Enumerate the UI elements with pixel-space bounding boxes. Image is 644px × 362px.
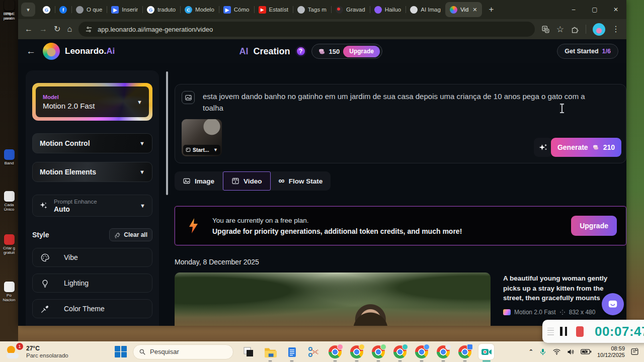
- browser-tab[interactable]: f: [55, 2, 71, 17]
- browser-tab[interactable]: Gtraduto: [142, 2, 180, 17]
- browser-tab[interactable]: G: [38, 2, 55, 17]
- facebook-favicon-icon: f: [59, 6, 67, 14]
- motion-elements-section[interactable]: Motion Elements▼: [32, 162, 152, 182]
- drag-handle-icon[interactable]: [547, 328, 554, 335]
- style-item-lighting[interactable]: Lighting: [32, 274, 152, 293]
- prompt-enhance-selector[interactable]: Prompt Enhance Auto ▼: [32, 195, 152, 217]
- chrome-app-button[interactable]: [392, 344, 408, 359]
- windows-start-button[interactable]: [115, 346, 127, 358]
- chrome-app-button[interactable]: [435, 344, 451, 359]
- browser-tab[interactable]: Hailuo: [370, 2, 406, 17]
- tab-close-icon[interactable]: ✕: [472, 7, 477, 13]
- camcorder-icon: [480, 346, 493, 358]
- collapse-sidebar-icon[interactable]: ←: [26, 46, 36, 57]
- help-button[interactable]: ?: [295, 46, 306, 57]
- desktop-shortcut[interactable]: Criar g gratuit: [1, 234, 18, 255]
- browser-tab[interactable]: ▶Estatíst: [254, 2, 293, 17]
- new-tab-button[interactable]: +: [485, 3, 498, 16]
- browser-profile-avatar[interactable]: [593, 23, 605, 36]
- desktop-shortcut[interactable]: Pip: [1, 0, 18, 16]
- improve-prompt-button[interactable]: [534, 138, 553, 157]
- browser-tab[interactable]: O que: [71, 2, 107, 17]
- home-icon[interactable]: ⌂: [67, 25, 72, 33]
- chrome-app-button[interactable]: [370, 344, 386, 359]
- upgrade-button[interactable]: Upgrade: [343, 46, 380, 57]
- banner-upgrade-button[interactable]: Upgrade: [571, 216, 617, 236]
- taskbar-clock[interactable]: 08:59 10/12/2025: [597, 345, 625, 358]
- chrome-app-button[interactable]: [327, 344, 343, 359]
- recording-timer: 00:07:47: [595, 324, 644, 339]
- chrome-app-button[interactable]: [414, 344, 429, 359]
- stop-recording-button[interactable]: [576, 326, 584, 337]
- file-explorer-button[interactable]: [262, 344, 278, 359]
- desktop-shortcut-label: Po Nacion: [3, 293, 16, 302]
- chrome-app-button[interactable]: [457, 344, 472, 359]
- start-frame-thumbnail[interactable]: Start... ▼: [182, 119, 222, 156]
- support-chat-button[interactable]: [602, 293, 624, 315]
- motion-control-section[interactable]: Motion Control▼: [32, 133, 152, 153]
- browser-menu-icon[interactable]: ⋮: [612, 25, 620, 33]
- battery-icon[interactable]: [581, 348, 592, 355]
- desktop-shortcut[interactable]: Band: [1, 149, 18, 165]
- chrome-app-button[interactable]: [349, 344, 364, 359]
- model-selector[interactable]: Model Motion 2.0 Fast ▼: [32, 83, 152, 121]
- tab-video[interactable]: Video: [223, 171, 271, 191]
- back-icon[interactable]: ←: [25, 25, 33, 33]
- leonardo-logo[interactable]: [43, 43, 60, 60]
- desktop-shortcut[interactable]: Po Nacion: [1, 282, 18, 302]
- browser-tab[interactable]: ▶Cómo: [219, 2, 254, 17]
- tab-image[interactable]: Image: [175, 171, 223, 191]
- window-close-button[interactable]: ✕: [605, 0, 626, 19]
- start-frame-chip[interactable]: Start... ▼: [183, 145, 220, 155]
- pause-recording-button[interactable]: [560, 327, 567, 336]
- window-minimize-button[interactable]: –: [563, 0, 584, 19]
- style-item-color-theme[interactable]: Color Theme: [32, 299, 152, 318]
- token-balance[interactable]: 150 Upgrade: [311, 44, 382, 59]
- wifi-icon[interactable]: [552, 348, 561, 355]
- desktop-shortcut-label: Criar g gratuit: [3, 246, 15, 255]
- weather-widget[interactable]: 1 27°C Parc ensolarado: [0, 345, 115, 359]
- browser-tab[interactable]: ▶Inserir: [107, 2, 142, 17]
- browser-tab[interactable]: CModelo: [180, 2, 219, 17]
- snipping-tool-button[interactable]: [305, 344, 321, 359]
- address-bar[interactable]: app.leonardo.ai/image-generation/video: [78, 22, 535, 37]
- browser-tab-active[interactable]: Vid✕: [445, 2, 482, 17]
- page-scrollbar[interactable]: [166, 71, 168, 195]
- notification-center-icon[interactable]: [630, 347, 639, 356]
- forward-icon[interactable]: →: [39, 25, 47, 33]
- task-view-button[interactable]: [240, 344, 256, 359]
- extensions-icon[interactable]: [571, 25, 579, 34]
- reload-icon[interactable]: ↻: [54, 25, 60, 33]
- microphone-icon[interactable]: [539, 348, 547, 356]
- hidden-icons-chevron[interactable]: ⌃: [529, 348, 533, 355]
- get-started-button[interactable]: Get Started 1/6: [557, 44, 618, 59]
- prompt-input[interactable]: esta jovem dando banho no gatinho em um …: [203, 90, 606, 114]
- generated-video-thumbnail[interactable]: [175, 273, 491, 326]
- bookmark-star-icon[interactable]: ☆: [556, 25, 564, 34]
- style-item-vibe[interactable]: Vibe: [32, 248, 152, 267]
- tab-flow-state[interactable]: ∞ Flow State: [271, 171, 331, 191]
- taskbar-search[interactable]: Pesquisar: [133, 344, 233, 359]
- browser-tab[interactable]: Gravad: [331, 2, 370, 17]
- chevron-down-icon: ▾: [27, 7, 30, 13]
- browser-tab-strip: ▾ G f O que ▶Inserir Gtraduto CModelo ▶C…: [18, 0, 626, 19]
- speaker-icon[interactable]: [567, 348, 575, 356]
- screen-recorder-app-button[interactable]: [478, 344, 494, 359]
- generate-button[interactable]: Generate 210: [551, 138, 621, 157]
- desktop-shortcut[interactable]: Cada Único: [1, 191, 18, 212]
- notepad-button[interactable]: [284, 344, 299, 359]
- tab-search-button[interactable]: ▾: [21, 3, 35, 17]
- brand-name[interactable]: Leonardo.Ai: [65, 46, 115, 56]
- translate-icon[interactable]: [541, 25, 550, 34]
- clear-all-button[interactable]: Clear all: [109, 228, 152, 241]
- site-favicon-icon: [297, 6, 305, 14]
- infinity-icon: ∞: [279, 176, 285, 186]
- clock-date: 10/12/2025: [597, 352, 625, 358]
- browser-tab[interactable]: Tags m: [293, 2, 331, 17]
- window-maximize-button[interactable]: ▢: [584, 0, 605, 19]
- browser-tab[interactable]: AI Imag: [406, 2, 445, 17]
- model-label: Model: [43, 94, 142, 100]
- generate-cost: 210: [603, 143, 615, 151]
- mode-tabs: Image Video ∞ Flow State: [175, 171, 331, 191]
- prompt-composer[interactable]: esta jovem dando banho no gatinho em um …: [175, 84, 626, 163]
